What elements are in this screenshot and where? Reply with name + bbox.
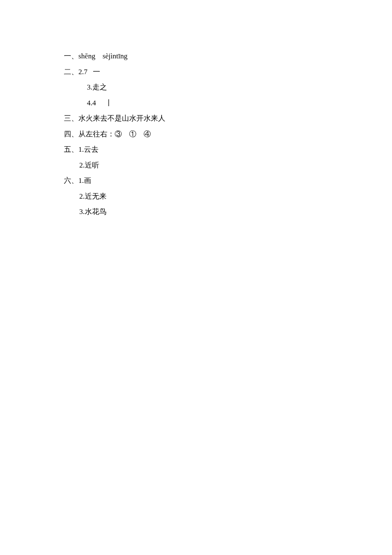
answer-line-5-sub2: 2.近听	[64, 158, 392, 173]
answer-line-6-sub3: 3.水花鸟	[64, 204, 392, 220]
answer-line-5: 五、1.云去	[64, 142, 392, 158]
answer-line-2-sub3: 3.走之	[64, 80, 392, 95]
answer-line-4: 四、从左往右：③ ① ④	[64, 127, 392, 142]
answer-line-1: 一、shēng sèjìntīng	[64, 49, 392, 64]
answer-line-3: 三、水火来去不是山水开水来人	[64, 111, 392, 127]
answer-line-2-sub4: 4.4 丨	[64, 95, 392, 111]
answer-line-6-sub2: 2.近无来	[64, 189, 392, 205]
answer-line-6: 六、1.画	[64, 173, 392, 189]
answer-line-2: 二、2.7 一	[64, 64, 392, 80]
